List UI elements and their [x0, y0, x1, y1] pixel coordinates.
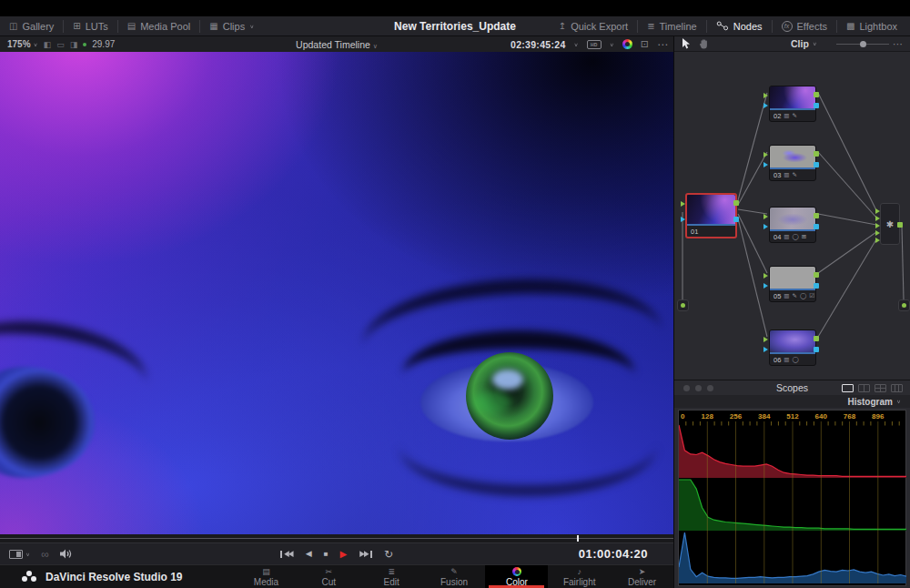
quick-export-button[interactable]: ↥ Quick Export	[550, 16, 637, 35]
node-number: 06	[774, 356, 781, 364]
tab-color[interactable]: Color	[485, 565, 548, 588]
gallery-button[interactable]: ◫ Gallery	[0, 16, 63, 35]
deliver-page-icon: ➤	[639, 567, 646, 576]
transport-controls: ∨ ∞ ◀◀ ◀ ■ ▶ ▶▶ ↻ 01:00:04:20	[0, 542, 673, 564]
key-input-connector[interactable]	[763, 224, 768, 229]
rgb-input-connector[interactable]	[681, 201, 685, 207]
node-curve-icon: ✎	[793, 112, 797, 119]
loop-button[interactable]: ↻	[384, 549, 393, 560]
key-input-connector[interactable]	[763, 103, 768, 108]
scope-layout-columns-icon[interactable]	[891, 384, 903, 392]
tab-cut[interactable]: ✂ Cut	[298, 565, 360, 588]
corrector-node-01[interactable]: 01	[685, 193, 737, 238]
go-to-start-button[interactable]: ◀◀	[280, 550, 294, 558]
corrector-node-04[interactable]: 04 ▥ ◯ ⊞	[769, 207, 816, 243]
key-output-connector[interactable]	[814, 162, 819, 167]
scope-layout-quad-icon[interactable]	[875, 384, 886, 392]
node-graph-icon: ▥	[784, 112, 789, 119]
lightbox-button[interactable]: ▩ Lightbox	[837, 16, 906, 35]
tab-media[interactable]: ▤ Media	[235, 565, 298, 588]
timecode-chevron-icon[interactable]: ∨	[574, 41, 579, 46]
nodes-panel-button[interactable]: Nodes	[707, 16, 772, 35]
key-output-connector[interactable]	[814, 103, 819, 108]
camera-raw-icon[interactable]: HD	[587, 40, 602, 49]
cut-page-label: Cut	[322, 577, 337, 587]
key-output-connector[interactable]	[814, 347, 819, 352]
media-pool-label: Media Pool	[140, 21, 190, 32]
node-panel-options-menu[interactable]: ⋯	[893, 38, 903, 50]
svg-text:896: 896	[872, 412, 885, 421]
node-mode-dropdown[interactable]: Clip ∨	[791, 38, 817, 49]
rgb-output-connector[interactable]	[814, 272, 819, 278]
rgb-output-connector[interactable]	[814, 213, 819, 218]
slider-thumb[interactable]	[860, 41, 866, 47]
wipe-viewer-icon[interactable]: ◨	[70, 40, 78, 49]
mixer-input-connector[interactable]	[875, 208, 880, 214]
mixer-input-connector[interactable]	[875, 230, 880, 236]
rgb-input-connector[interactable]	[763, 337, 768, 342]
davinci-resolve-window: ◫ Gallery ⊞ LUTs ▤ Media Pool ▦ Clips ∨ …	[0, 0, 910, 588]
layer-mixer-node[interactable]: ✱	[880, 203, 900, 245]
media-pool-button[interactable]: ▤ Media Pool	[118, 16, 200, 35]
stop-button[interactable]: ■	[324, 551, 329, 558]
key-output-connector[interactable]	[814, 224, 819, 229]
node-zoom-slider[interactable]	[836, 44, 889, 45]
rgb-input-connector[interactable]	[763, 93, 768, 98]
rgb-output-connector[interactable]	[814, 92, 819, 97]
source-input-anchor[interactable]	[677, 299, 689, 311]
scope-layout-two-icon[interactable]	[858, 384, 870, 392]
key-output-connector[interactable]	[733, 217, 739, 222]
go-to-end-button[interactable]: ▶▶	[359, 550, 372, 558]
rgb-input-connector[interactable]	[763, 214, 768, 219]
corrector-node-03[interactable]: 03 ▥ ✎	[769, 145, 816, 181]
node-thumbnail	[770, 330, 815, 354]
key-input-connector[interactable]	[763, 347, 768, 352]
chevron-down-icon: ∨	[610, 41, 614, 46]
mixer-input-connector[interactable]	[875, 216, 880, 221]
effects-label: Effects	[797, 21, 827, 32]
playhead-marker[interactable]	[577, 535, 579, 542]
split-viewer-icon[interactable]: ▭	[56, 40, 65, 49]
cursor-arrow-icon[interactable]	[682, 38, 692, 49]
color-viewer[interactable]	[0, 52, 673, 534]
hand-pan-icon[interactable]	[699, 38, 709, 49]
key-input-connector[interactable]	[763, 162, 768, 167]
corrector-node-06[interactable]: 06 ▥ ◯	[769, 329, 816, 366]
tab-deliver[interactable]: ➤ Deliver	[611, 565, 673, 588]
scope-mode-dropdown[interactable]: Histogram ∨	[674, 395, 910, 408]
rgb-output-connector[interactable]	[733, 200, 739, 206]
key-input-connector[interactable]	[763, 283, 768, 289]
mixer-output-connector[interactable]	[897, 222, 903, 228]
key-output-connector[interactable]	[814, 283, 819, 289]
rgb-output-connector[interactable]	[814, 151, 819, 157]
luts-button[interactable]: ⊞ LUTs	[64, 16, 116, 35]
single-viewer-icon[interactable]: ◧	[44, 40, 52, 49]
viewer-options-menu[interactable]: ⋯	[657, 39, 668, 50]
svg-text:128: 128	[702, 412, 714, 421]
mixer-input-connector[interactable]	[875, 238, 880, 243]
viewer-scrub-bar[interactable]	[0, 534, 673, 542]
fairlight-page-label: Fairlight	[563, 577, 596, 587]
rgb-input-connector[interactable]	[763, 273, 768, 279]
effects-panel-button[interactable]: fx Effects	[773, 16, 836, 35]
mixer-input-connector[interactable]	[875, 223, 880, 228]
zoom-level-dropdown[interactable]: 175% ∨	[7, 39, 38, 49]
corrector-node-05[interactable]: 05 ▥ ✎ ◯ ☑	[769, 266, 816, 302]
expand-viewer-icon[interactable]: ⊡	[641, 39, 649, 49]
tab-fairlight[interactable]: ♪ Fairlight	[548, 565, 611, 588]
svg-text:0: 0	[681, 412, 685, 421]
rgb-input-connector[interactable]	[763, 152, 768, 157]
rgb-output-connector[interactable]	[814, 336, 819, 341]
clips-button[interactable]: ▦ Clips ∨	[200, 16, 263, 35]
timeline-panel-button[interactable]: ≣ Timeline	[638, 16, 706, 35]
scope-layout-single-icon[interactable]	[842, 384, 854, 392]
timeline-output-anchor[interactable]	[898, 299, 910, 311]
play-button[interactable]: ▶	[340, 550, 348, 559]
node-graph[interactable]: 01 02 ▥ ✎	[674, 52, 910, 380]
tab-fusion[interactable]: ✎ Fusion	[423, 565, 486, 588]
color-viewer-mode-icon[interactable]	[622, 39, 632, 49]
tab-edit[interactable]: ≣ Edit	[360, 565, 423, 588]
step-back-button[interactable]: ◀	[306, 550, 312, 558]
corrector-node-02[interactable]: 02 ▥ ✎	[769, 86, 816, 122]
key-input-connector[interactable]	[681, 217, 685, 222]
